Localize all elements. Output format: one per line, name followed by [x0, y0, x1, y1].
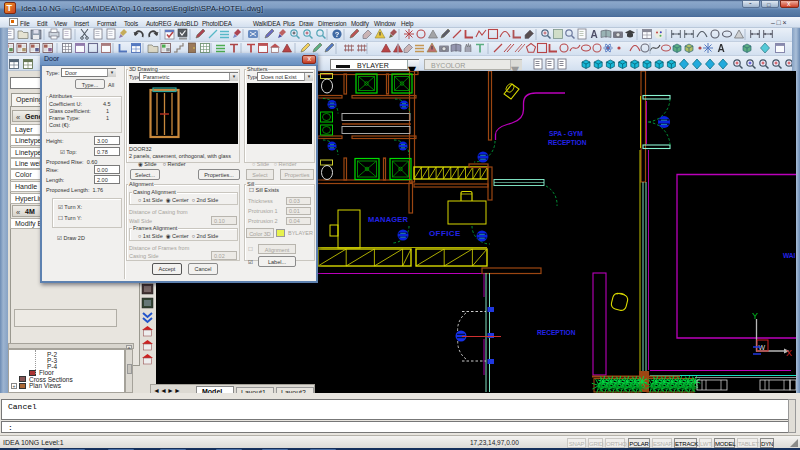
svg-text:RECEPTION: RECEPTION	[537, 329, 576, 336]
svg-text:Y: Y	[752, 311, 758, 321]
svg-text:OFFICE: OFFICE	[429, 229, 461, 238]
svg-text:X: X	[786, 348, 792, 358]
svg-text:RECEPTION: RECEPTION	[548, 139, 587, 146]
svg-text:WAI: WAI	[783, 252, 796, 259]
svg-text:MANAGER: MANAGER	[368, 215, 409, 224]
svg-text:SPA - GYM: SPA - GYM	[549, 130, 583, 137]
